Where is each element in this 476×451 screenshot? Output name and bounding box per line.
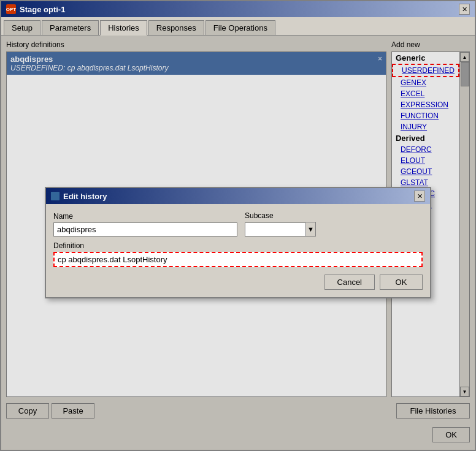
modal-overlay: Edit history ✕ Name Subcase <box>1 36 475 450</box>
tab-parameters[interactable]: Parameters <box>42 20 99 36</box>
name-label: Name <box>53 212 237 221</box>
modal-title-bar: Edit history ✕ <box>46 188 430 204</box>
tab-responses[interactable]: Responses <box>148 20 204 36</box>
tab-file-operations[interactable]: File Operations <box>205 20 275 36</box>
definition-area: Definition <box>53 241 423 267</box>
window-close-button[interactable]: ✕ <box>459 4 470 15</box>
subcase-form-group: Subcase ▼ <box>245 211 316 237</box>
title-bar: OPT Stage opti-1 ✕ <box>1 1 475 17</box>
modal-title: Edit history <box>63 192 107 201</box>
subcase-label: Subcase <box>245 211 316 220</box>
tabs-bar: Setup Parameters Histories Responses Fil… <box>1 17 475 35</box>
window-title: Stage opti-1 <box>20 5 65 14</box>
app-icon: OPT <box>6 4 16 14</box>
modal-icon <box>51 192 60 200</box>
tab-histories[interactable]: Histories <box>100 20 147 36</box>
modal-row-name-subcase: Name Subcase ▼ <box>53 211 423 237</box>
modal-close-button[interactable]: ✕ <box>414 191 425 202</box>
edit-history-modal: Edit history ✕ Name Subcase <box>45 187 431 298</box>
content-area: History definitions abqdispres USERDEFIN… <box>1 35 475 450</box>
title-bar-left: OPT Stage opti-1 <box>6 4 65 14</box>
subcase-input[interactable] <box>245 222 306 237</box>
main-window: OPT Stage opti-1 ✕ Setup Parameters Hist… <box>0 0 476 451</box>
name-input[interactable] <box>53 222 237 237</box>
modal-cancel-button[interactable]: Cancel <box>324 275 375 290</box>
modal-ok-button[interactable]: OK <box>380 275 423 290</box>
definition-label: Definition <box>53 241 423 250</box>
modal-body: Name Subcase ▼ Definition <box>46 204 430 297</box>
name-form-group: Name <box>53 212 237 237</box>
definition-input[interactable] <box>53 252 423 267</box>
subcase-dropdown-button[interactable]: ▼ <box>306 222 316 237</box>
subcase-wrapper: ▼ <box>245 222 316 237</box>
modal-buttons: Cancel OK <box>53 275 423 290</box>
tab-setup[interactable]: Setup <box>4 20 40 36</box>
